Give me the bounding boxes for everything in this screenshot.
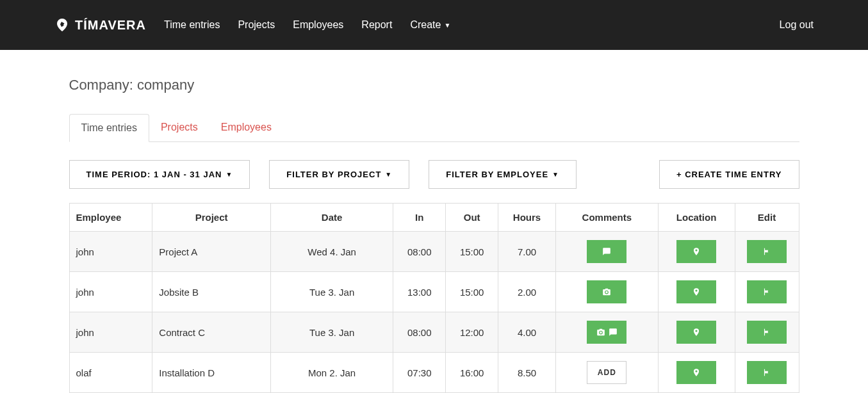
th-employee: Employee bbox=[69, 204, 152, 232]
table-row: olafInstallation DMon 2. Jan07:3016:008.… bbox=[69, 353, 799, 393]
tabs: Time entries Projects Employees bbox=[69, 114, 799, 142]
td-employee: john bbox=[69, 232, 152, 272]
td-hours: 8.50 bbox=[498, 353, 556, 393]
caret-down-icon: ▼ bbox=[385, 171, 392, 178]
td-out: 12:00 bbox=[446, 312, 498, 353]
td-in: 08:00 bbox=[393, 312, 446, 353]
th-edit: Edit bbox=[735, 204, 799, 232]
td-hours: 2.00 bbox=[498, 272, 556, 312]
th-comments: Comments bbox=[555, 204, 658, 232]
td-out: 15:00 bbox=[446, 272, 498, 312]
td-in: 13:00 bbox=[393, 272, 446, 312]
td-comments bbox=[555, 272, 658, 312]
td-out: 15:00 bbox=[446, 232, 498, 272]
nav-projects[interactable]: Projects bbox=[238, 19, 275, 31]
nav-time-entries[interactable]: Time entries bbox=[164, 19, 220, 31]
location-button[interactable] bbox=[676, 240, 716, 263]
table-header-row: Employee Project Date In Out Hours Comme… bbox=[69, 204, 799, 232]
td-edit bbox=[735, 232, 799, 272]
td-edit bbox=[735, 312, 799, 353]
td-in: 07:30 bbox=[393, 353, 446, 393]
td-employee: john bbox=[69, 272, 152, 312]
flag-icon bbox=[762, 368, 771, 377]
edit-button[interactable] bbox=[747, 240, 787, 263]
td-comments bbox=[555, 232, 658, 272]
comments-button[interactable] bbox=[587, 321, 626, 344]
td-location bbox=[658, 272, 735, 312]
nav-report[interactable]: Report bbox=[361, 19, 392, 31]
td-out: 16:00 bbox=[446, 353, 498, 393]
nav-logout[interactable]: Log out bbox=[780, 19, 814, 31]
td-date: Tue 3. Jan bbox=[270, 272, 393, 312]
comments-button[interactable] bbox=[587, 240, 626, 263]
td-comments: ADD bbox=[555, 353, 658, 393]
td-edit bbox=[735, 353, 799, 393]
tab-projects[interactable]: Projects bbox=[149, 114, 209, 141]
flag-icon bbox=[762, 328, 771, 337]
td-project: Contract C bbox=[152, 312, 271, 353]
td-comments bbox=[555, 312, 658, 353]
filter-by-project[interactable]: FILTER BY PROJECT▼ bbox=[269, 160, 409, 189]
nav-create[interactable]: Create▼ bbox=[410, 19, 450, 31]
add-comment-button[interactable]: ADD bbox=[587, 361, 626, 384]
td-project: Jobsite B bbox=[152, 272, 271, 312]
location-button[interactable] bbox=[676, 321, 716, 344]
th-location: Location bbox=[658, 204, 735, 232]
td-project: Installation D bbox=[152, 353, 271, 393]
td-location bbox=[658, 312, 735, 353]
th-out: Out bbox=[446, 204, 498, 232]
logo-icon bbox=[54, 17, 70, 33]
edit-button[interactable] bbox=[747, 321, 787, 344]
pin-icon bbox=[692, 328, 701, 337]
table-row: johnJobsite BTue 3. Jan13:0015:002.00 bbox=[69, 272, 799, 312]
comments-button[interactable] bbox=[587, 280, 626, 303]
td-in: 08:00 bbox=[393, 232, 446, 272]
th-hours: Hours bbox=[498, 204, 556, 232]
td-date: Mon 2. Jan bbox=[270, 353, 393, 393]
td-employee: john bbox=[69, 312, 152, 353]
edit-button[interactable] bbox=[747, 280, 787, 303]
nav-links: Time entries Projects Employees Report C… bbox=[164, 19, 780, 31]
pin-icon bbox=[692, 287, 701, 296]
brand-text: TÍMAVERA bbox=[75, 18, 146, 33]
td-location bbox=[658, 353, 735, 393]
chat-icon bbox=[609, 328, 618, 337]
td-edit bbox=[735, 272, 799, 312]
filter-row: TIME PERIOD: 1 JAN - 31 JAN▼ FILTER BY P… bbox=[69, 160, 799, 189]
pin-icon bbox=[692, 368, 701, 377]
caret-down-icon: ▼ bbox=[552, 171, 559, 178]
td-location bbox=[658, 232, 735, 272]
navbar: TÍMAVERA Time entries Projects Employees… bbox=[0, 0, 868, 50]
filter-time-period[interactable]: TIME PERIOD: 1 JAN - 31 JAN▼ bbox=[69, 160, 250, 189]
td-hours: 7.00 bbox=[498, 232, 556, 272]
create-time-entry-button[interactable]: + CREATE TIME ENTRY bbox=[659, 160, 799, 189]
table-row: johnProject AWed 4. Jan08:0015:007.00 bbox=[69, 232, 799, 272]
chat-icon bbox=[602, 247, 611, 256]
logo[interactable]: TÍMAVERA bbox=[54, 17, 146, 33]
th-in: In bbox=[393, 204, 446, 232]
th-date: Date bbox=[270, 204, 393, 232]
td-project: Project A bbox=[152, 232, 271, 272]
td-date: Tue 3. Jan bbox=[270, 312, 393, 353]
location-button[interactable] bbox=[676, 280, 716, 303]
flag-icon bbox=[762, 247, 771, 256]
camera-icon bbox=[596, 328, 605, 337]
company-title: Company: company bbox=[69, 77, 799, 93]
caret-down-icon: ▼ bbox=[444, 22, 450, 29]
camera-icon bbox=[602, 287, 611, 296]
nav-employees[interactable]: Employees bbox=[293, 19, 343, 31]
edit-button[interactable] bbox=[747, 361, 787, 384]
filter-by-employee[interactable]: FILTER BY EMPLOYEE▼ bbox=[429, 160, 577, 189]
location-button[interactable] bbox=[676, 361, 716, 384]
td-date: Wed 4. Jan bbox=[270, 232, 393, 272]
flag-icon bbox=[762, 287, 771, 296]
table-row: johnContract CTue 3. Jan08:0012:004.00 bbox=[69, 312, 799, 353]
th-project: Project bbox=[152, 204, 271, 232]
time-entries-table: Employee Project Date In Out Hours Comme… bbox=[69, 203, 799, 393]
pin-icon bbox=[692, 247, 701, 256]
tab-employees[interactable]: Employees bbox=[209, 114, 283, 141]
tab-time-entries[interactable]: Time entries bbox=[69, 114, 149, 142]
td-employee: olaf bbox=[69, 353, 152, 393]
td-hours: 4.00 bbox=[498, 312, 556, 353]
caret-down-icon: ▼ bbox=[225, 171, 233, 178]
